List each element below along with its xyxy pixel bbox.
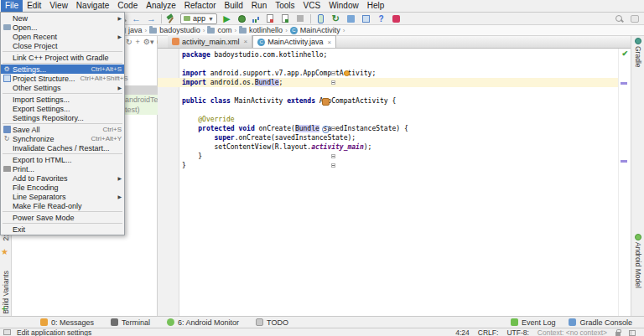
menu-help[interactable]: Help	[363, 0, 389, 12]
help-icon[interactable]: ?	[376, 13, 387, 24]
search-everywhere-icon[interactable]	[615, 15, 624, 23]
tool-window-button-gradle-console[interactable]: Gradle Console	[569, 318, 632, 327]
code-editor[interactable]: package badoystudio.com.kotlinhello;impo…	[158, 49, 631, 316]
menu-item-shortcut: Ctrl+Alt+Y	[86, 135, 122, 142]
project-structure-icon[interactable]	[362, 15, 370, 23]
menu-item-link-c-project-with-gradle[interactable]: Link C++ Project with Gradle	[1, 53, 124, 62]
error-stripe[interactable]: ✔	[618, 49, 631, 316]
close-icon[interactable]: ×	[328, 39, 332, 46]
avd-manager-icon[interactable]	[318, 14, 324, 23]
tool-window-button-todo[interactable]: TODO	[256, 318, 288, 327]
lock-icon[interactable]	[615, 332, 621, 336]
breadcrumb-label: kotlinhello	[249, 26, 283, 34]
sdk-manager-icon[interactable]	[347, 15, 355, 23]
favorites-star-icon[interactable]: ★	[1, 247, 8, 256]
menu-item-project-structure[interactable]: Project Structure...Ctrl+Alt+Shift+S	[1, 74, 124, 83]
menu-item-open[interactable]: Open...	[1, 23, 124, 32]
menu-item-import-settings[interactable]: Import Settings...	[1, 95, 124, 104]
menu-build[interactable]: Build	[221, 0, 247, 12]
menu-analyze[interactable]: Analyze	[142, 0, 180, 12]
profile-icon[interactable]	[252, 14, 261, 23]
forward-icon[interactable]: →	[146, 13, 157, 24]
run-button-icon[interactable]: ▶	[221, 13, 232, 24]
menu-refactor[interactable]: Refactor	[180, 0, 221, 12]
change-marker[interactable]	[621, 160, 627, 163]
make-project-icon[interactable]	[166, 13, 176, 23]
attach-debugger-icon[interactable]	[282, 14, 288, 23]
fold-icon[interactable]	[331, 127, 335, 131]
tool-window-button-terminal[interactable]: Terminal	[111, 318, 150, 327]
fold-icon[interactable]	[331, 163, 335, 168]
class-gutter-icon[interactable]	[322, 98, 330, 106]
menu-window[interactable]: Window	[325, 0, 363, 12]
menu-item-line-separators[interactable]: Line Separators▶	[1, 192, 124, 201]
menu-code[interactable]: Code	[113, 0, 142, 12]
menu-separator	[3, 123, 122, 124]
menu-item-add-to-favorites[interactable]: Add to Favorites▶	[1, 173, 124, 183]
menu-item-save-all[interactable]: Save AllCtrl+S	[1, 125, 124, 134]
printer-icon	[3, 166, 11, 172]
change-marker[interactable]	[621, 82, 627, 85]
menu-navigate[interactable]: Navigate	[72, 0, 113, 12]
tab-activity-main-xml[interactable]: activity_main.xml×	[168, 35, 252, 48]
close-icon[interactable]: ×	[244, 38, 248, 45]
menu-item-synchronize[interactable]: ↻SynchronizeCtrl+Alt+Y	[1, 134, 124, 143]
menu-tools[interactable]: Tools	[271, 0, 299, 12]
tool-window-button-0-messages[interactable]: 0: Messages	[40, 318, 94, 327]
menu-item-export-to-html[interactable]: Export to HTML...	[1, 155, 124, 164]
breadcrumb-item-kotlinhello[interactable]: kotlinhello	[239, 26, 283, 34]
override-gutter-icon[interactable]: ↑	[322, 126, 330, 133]
locate-file-icon[interactable]: +	[136, 38, 140, 46]
intention-bulb-icon[interactable]	[344, 70, 350, 76]
gradle-tool-button[interactable]: Gradle	[631, 38, 644, 68]
menu-item-power-save-mode[interactable]: Power Save Mode	[1, 213, 124, 222]
stop-icon[interactable]	[297, 15, 304, 22]
fold-icon[interactable]	[331, 71, 335, 75]
menu-item-new[interactable]: New▶	[1, 13, 124, 23]
event-icon	[511, 318, 518, 326]
tool-window-toggle-icon[interactable]	[3, 329, 11, 335]
back-icon[interactable]: ←	[131, 13, 142, 24]
encoding-widget[interactable]: UTF-8:	[506, 329, 528, 336]
menu-item-exit[interactable]: Exit	[1, 225, 124, 234]
breadcrumb-item-badoystudio[interactable]: badoystudio	[149, 26, 200, 34]
menu-item-invalidate-caches-restart[interactable]: Invalidate Caches / Restart...	[1, 143, 124, 152]
menu-item-close-project[interactable]: Close Project	[1, 41, 124, 50]
menu-file[interactable]: File	[1, 0, 23, 12]
menu-run[interactable]: Run	[247, 0, 271, 12]
run-with-coverage-icon[interactable]	[267, 14, 273, 23]
menu-vcs[interactable]: VCS	[299, 0, 325, 12]
code-line	[158, 106, 631, 115]
run-configuration-select[interactable]: app ▼	[180, 13, 217, 24]
folder-icon	[1, 23, 13, 32]
line-separator-widget[interactable]: CRLF:	[478, 329, 499, 336]
window-frame-icon[interactable]	[631, 15, 639, 23]
menu-view[interactable]: View	[45, 0, 72, 12]
project-gear-icon[interactable]: ⚙▾	[143, 38, 154, 46]
breadcrumb-item-mainactivity[interactable]: CMainActivity	[290, 26, 340, 34]
android-model-label: Android Model	[634, 242, 642, 288]
menu-item-settings-repository[interactable]: Settings Repository...	[1, 113, 124, 122]
tab-mainactivity-java[interactable]: CMainActivity.java×	[252, 35, 336, 48]
project-sync-icon[interactable]: ↻	[126, 38, 132, 46]
context-widget[interactable]: Context: <no context>	[538, 329, 607, 336]
menu-item-open-recent[interactable]: Open Recent▶	[1, 32, 124, 41]
android-model-tool-button[interactable]: Android Model	[631, 234, 644, 288]
tool-window-button-event-log[interactable]: Event Log	[511, 318, 556, 327]
memory-indicator-icon[interactable]	[629, 330, 636, 336]
menu-item-other-settings[interactable]: Other Settings▶	[1, 83, 124, 92]
menu-item-settings[interactable]: ⚙Settings...Ctrl+Alt+S	[1, 65, 124, 74]
gradle-sync-icon[interactable]: ↻	[330, 13, 341, 24]
firebase-icon[interactable]	[392, 15, 400, 23]
menu-edit[interactable]: Edit	[23, 0, 45, 12]
menu-item-print[interactable]: Print...	[1, 164, 124, 173]
caret-position[interactable]: 4:24	[455, 329, 470, 336]
fold-icon[interactable]	[331, 80, 335, 85]
debug-icon[interactable]	[238, 15, 246, 23]
breadcrumb-item-com[interactable]: com	[207, 26, 231, 34]
tool-window-button-6-android-monitor[interactable]: 6: Android Monitor	[167, 318, 239, 327]
fold-icon[interactable]	[331, 154, 335, 158]
menu-item-make-file-read-only[interactable]: Make File Read-only	[1, 201, 124, 210]
menu-item-export-settings[interactable]: Export Settings...	[1, 104, 124, 113]
menu-item-file-encoding[interactable]: File Encoding	[1, 183, 124, 192]
